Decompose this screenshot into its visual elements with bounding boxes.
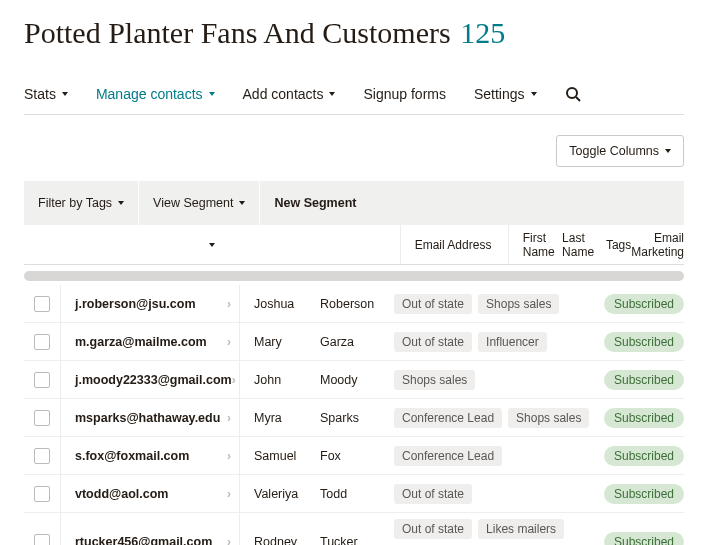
nav-signup-label: Signup forms xyxy=(363,86,445,102)
view-segment-label: View Segment xyxy=(153,196,233,210)
cell-first-name: Samuel xyxy=(240,449,316,463)
new-segment-label: New Segment xyxy=(274,196,356,210)
chevron-right-icon: › xyxy=(227,487,231,501)
cell-email[interactable]: msparks@hathaway.edu› xyxy=(61,411,239,425)
col-header-last[interactable]: Last Name xyxy=(558,231,602,259)
nav-settings[interactable]: Settings xyxy=(474,86,537,102)
col-header-first[interactable]: First Name xyxy=(509,231,558,259)
cell-email[interactable]: s.fox@foxmail.com› xyxy=(61,449,239,463)
search-icon xyxy=(565,86,581,102)
row-checkbox[interactable] xyxy=(34,486,50,502)
cell-tags: Out of stateInfluencer xyxy=(390,326,604,358)
tag-pill[interactable]: Shops sales xyxy=(394,370,475,390)
row-checkbox[interactable] xyxy=(34,296,50,312)
horizontal-scrollbar[interactable] xyxy=(24,271,684,281)
cell-email-marketing: Subscribed xyxy=(604,332,684,352)
tag-pill[interactable]: Likes mailers xyxy=(478,519,564,539)
tag-pill[interactable]: Out of state xyxy=(394,294,472,314)
nav-stats[interactable]: Stats xyxy=(24,86,68,102)
col-header-email[interactable]: Email Address xyxy=(401,238,508,252)
row-checkbox[interactable] xyxy=(34,534,50,545)
chevron-right-icon: › xyxy=(227,335,231,349)
email-text: msparks@hathaway.edu xyxy=(75,411,220,425)
tag-pill[interactable]: Out of state xyxy=(394,484,472,504)
cell-email-marketing: Subscribed xyxy=(604,370,684,390)
row-checkbox[interactable] xyxy=(34,410,50,426)
cell-email-marketing: Subscribed xyxy=(604,408,684,428)
tag-pill[interactable]: Out of state xyxy=(394,332,472,352)
cell-first-name: Mary xyxy=(240,335,316,349)
page-title-row: Potted Planter Fans And Customers 125 xyxy=(24,16,684,50)
tag-pill[interactable]: Shops sales xyxy=(478,294,559,314)
tag-pill[interactable]: Shops sales xyxy=(508,408,589,428)
tag-pill[interactable]: Influencer xyxy=(478,332,547,352)
table-row: j.roberson@jsu.com›JoshuaRobersonOut of … xyxy=(24,285,684,323)
cell-email[interactable]: j.roberson@jsu.com› xyxy=(61,297,239,311)
view-segment[interactable]: View Segment xyxy=(139,181,259,225)
row-checkbox[interactable] xyxy=(34,334,50,350)
row-checkbox[interactable] xyxy=(34,372,50,388)
table-row: m.garza@mailme.com›MaryGarzaOut of state… xyxy=(24,323,684,361)
status-badge: Subscribed xyxy=(604,446,684,466)
status-badge: Subscribed xyxy=(604,294,684,314)
filter-by-tags-label: Filter by Tags xyxy=(38,196,112,210)
page-title: Potted Planter Fans And Customers xyxy=(24,16,451,49)
status-badge: Subscribed xyxy=(604,408,684,428)
select-all-menu[interactable] xyxy=(24,243,400,247)
nav-manage-label: Manage contacts xyxy=(96,86,203,102)
tag-pill[interactable]: Out of state xyxy=(394,519,472,539)
chevron-down-icon xyxy=(209,92,215,96)
email-text: j.moody22333@gmail.com xyxy=(75,373,232,387)
col-header-email-marketing[interactable]: Email Marketing xyxy=(631,231,684,259)
chevron-right-icon: › xyxy=(227,297,231,311)
chevron-down-icon xyxy=(531,92,537,96)
toggle-columns-label: Toggle Columns xyxy=(569,144,659,158)
table-row: msparks@hathaway.edu›MyraSparksConferenc… xyxy=(24,399,684,437)
nav-manage-contacts[interactable]: Manage contacts xyxy=(96,86,215,102)
row-checkbox[interactable] xyxy=(34,448,50,464)
chevron-down-icon xyxy=(62,92,68,96)
chevron-right-icon: › xyxy=(232,373,236,387)
cell-last-name: Garza xyxy=(316,335,390,349)
cell-last-name: Tucker xyxy=(316,535,390,545)
secondary-nav: Stats Manage contacts Add contacts Signu… xyxy=(24,86,684,115)
status-badge: Subscribed xyxy=(604,484,684,504)
cell-last-name: Roberson xyxy=(316,297,390,311)
cell-tags: Conference LeadShops sales xyxy=(390,402,604,434)
email-text: m.garza@mailme.com xyxy=(75,335,207,349)
svg-line-1 xyxy=(576,97,580,101)
nav-signup-forms[interactable]: Signup forms xyxy=(363,86,445,102)
email-text: vtodd@aol.com xyxy=(75,487,168,501)
nav-add-contacts[interactable]: Add contacts xyxy=(243,86,336,102)
chevron-right-icon: › xyxy=(227,449,231,463)
cell-tags: Shops sales xyxy=(390,364,604,396)
tag-pill[interactable]: Conference Lead xyxy=(394,446,502,466)
cell-last-name: Moody xyxy=(316,373,390,387)
cell-first-name: John xyxy=(240,373,316,387)
tag-pill[interactable]: Conference Lead xyxy=(394,408,502,428)
status-badge: Subscribed xyxy=(604,532,684,545)
email-text: rtucker456@gmail.com xyxy=(75,535,212,545)
cell-email[interactable]: m.garza@mailme.com› xyxy=(61,335,239,349)
table-header: Email Address First Name Last Name Tags … xyxy=(24,225,684,265)
table-row: vtodd@aol.com›ValeriyaToddOut of stateSu… xyxy=(24,475,684,513)
nav-stats-label: Stats xyxy=(24,86,56,102)
filter-bar: Filter by Tags View Segment New Segment xyxy=(24,181,684,225)
cell-email-marketing: Subscribed xyxy=(604,446,684,466)
new-segment[interactable]: New Segment xyxy=(260,181,370,225)
search-button[interactable] xyxy=(565,86,581,102)
col-header-tags[interactable]: Tags xyxy=(602,238,631,252)
table-body: j.roberson@jsu.com›JoshuaRobersonOut of … xyxy=(24,285,684,545)
cell-email-marketing: Subscribed xyxy=(604,294,684,314)
chevron-down-icon xyxy=(209,243,215,247)
filter-by-tags[interactable]: Filter by Tags xyxy=(24,181,138,225)
svg-point-0 xyxy=(567,88,577,98)
status-badge: Subscribed xyxy=(604,332,684,352)
toggle-columns-button[interactable]: Toggle Columns xyxy=(556,135,684,167)
cell-email[interactable]: vtodd@aol.com› xyxy=(61,487,239,501)
cell-first-name: Valeriya xyxy=(240,487,316,501)
cell-tags: Out of state xyxy=(390,478,604,510)
cell-email[interactable]: j.moody22333@gmail.com› xyxy=(61,373,239,387)
cell-email[interactable]: rtucker456@gmail.com› xyxy=(61,535,239,545)
cell-tags: Out of stateLikes mailersYelper xyxy=(390,513,604,545)
